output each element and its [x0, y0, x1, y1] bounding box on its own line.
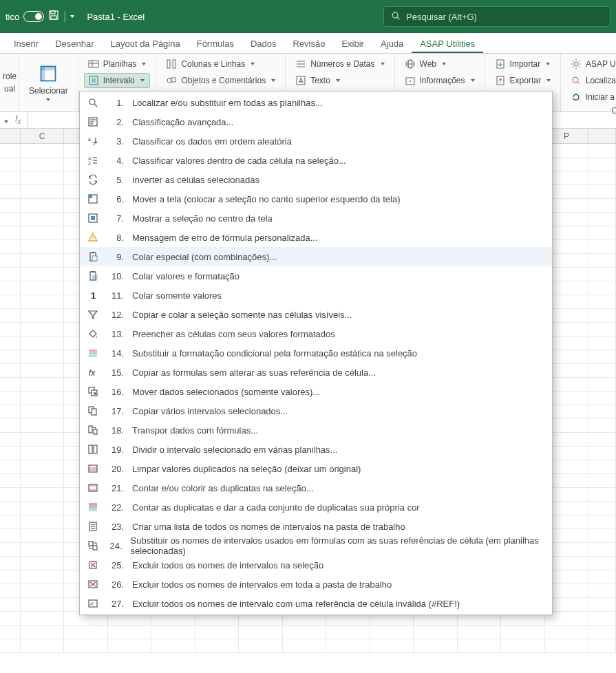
texto-button[interactable]: A Texto — [291, 73, 388, 88]
cell[interactable] — [0, 584, 21, 597]
cell[interactable] — [588, 488, 616, 501]
cell[interactable] — [21, 515, 65, 528]
fx-icon[interactable]: fx — [15, 114, 21, 125]
cell[interactable] — [588, 268, 616, 281]
cell[interactable] — [21, 336, 65, 350]
tab-ajuda[interactable]: Ajuda — [372, 34, 412, 53]
menu-item-17[interactable]: 17.Copiar vários intervalos selecionados… — [80, 401, 552, 420]
cell[interactable] — [588, 447, 616, 460]
cell[interactable] — [21, 557, 65, 570]
save-icon[interactable] — [48, 10, 59, 23]
cell[interactable] — [414, 639, 458, 652]
cell[interactable] — [21, 570, 65, 584]
cell[interactable] — [195, 639, 240, 652]
cell[interactable] — [0, 364, 21, 377]
cell[interactable] — [21, 392, 65, 405]
cell[interactable] — [283, 639, 327, 652]
cell[interactable] — [21, 199, 65, 212]
cell[interactable] — [283, 626, 327, 639]
cell[interactable] — [0, 612, 21, 625]
menu-item-5[interactable]: 5.Inverter as células selecionadas — [80, 170, 552, 189]
cell[interactable] — [588, 529, 616, 542]
cell[interactable] — [588, 350, 616, 363]
menu-item-24[interactable]: 24.Substituir os nomes de intervalos usa… — [80, 536, 552, 555]
cell[interactable] — [0, 213, 21, 226]
cell[interactable] — [0, 419, 21, 432]
cell[interactable] — [545, 626, 589, 639]
cell[interactable] — [0, 199, 21, 212]
cell[interactable] — [21, 474, 65, 487]
cell[interactable] — [545, 639, 589, 652]
cell[interactable] — [0, 515, 21, 528]
cell[interactable] — [326, 626, 370, 639]
cell[interactable] — [588, 474, 616, 487]
cell[interactable] — [588, 295, 616, 308]
menu-item-10[interactable]: 10.Colar valores e formatação — [80, 266, 552, 286]
cell[interactable] — [0, 405, 21, 418]
cell[interactable] — [21, 213, 65, 226]
cell[interactable] — [588, 392, 616, 405]
cell[interactable] — [588, 543, 616, 556]
menu-item-11[interactable]: 111.Colar somente valores — [80, 286, 552, 305]
cell[interactable] — [21, 612, 65, 625]
cell[interactable] — [151, 639, 195, 652]
cell[interactable] — [0, 639, 21, 652]
menu-item-26[interactable]: 26.Excluir todos os nomes de intervalos … — [80, 575, 552, 594]
cell[interactable] — [0, 158, 21, 171]
cell[interactable] — [0, 268, 21, 281]
cell[interactable] — [21, 626, 65, 639]
cell[interactable] — [588, 515, 616, 528]
col-header-blank[interactable] — [0, 129, 21, 143]
cell[interactable] — [21, 309, 65, 322]
cell[interactable] — [588, 502, 616, 515]
cell[interactable] — [588, 309, 616, 322]
cell[interactable] — [0, 295, 21, 308]
menu-item-6[interactable]: 6.Mover a tela (colocar a seleção no can… — [80, 189, 552, 209]
cell[interactable] — [588, 584, 616, 597]
cell[interactable] — [21, 419, 65, 432]
cell[interactable] — [501, 639, 545, 652]
cell[interactable] — [0, 185, 21, 198]
cell[interactable] — [0, 474, 21, 487]
cell[interactable] — [588, 598, 616, 611]
cell[interactable] — [64, 639, 108, 652]
cell[interactable] — [588, 419, 616, 432]
planilhas-button[interactable]: Planilhas — [84, 56, 151, 72]
cell[interactable] — [0, 460, 21, 473]
menu-item-4[interactable]: AZ4.Classificar valores dentro de cada c… — [80, 151, 552, 170]
cell[interactable] — [0, 626, 21, 639]
tab-formulas[interactable]: Fórmulas — [189, 34, 242, 53]
localizar-button[interactable]: Localizar e s — [566, 73, 616, 88]
menu-item-20[interactable]: 20.Limpar valores duplicados na seleção … — [80, 459, 552, 478]
menu-item-15[interactable]: fx15.Copiar as fórmulas sem alterar as s… — [80, 363, 552, 382]
tab-revisao[interactable]: Revisão — [284, 34, 333, 53]
autosave-toggle[interactable] — [23, 11, 44, 22]
tab-asap-utilities[interactable]: ASAP Utilities — [412, 34, 483, 53]
cell[interactable] — [588, 378, 616, 391]
cell[interactable] — [588, 226, 616, 239]
cell[interactable] — [588, 639, 616, 652]
cell[interactable] — [588, 254, 616, 267]
info-button[interactable]: Informações — [401, 73, 479, 88]
cell[interactable] — [0, 336, 21, 350]
menu-item-3[interactable]: az3.Classificar os dados em ordem aleató… — [80, 131, 552, 151]
cell[interactable] — [588, 460, 616, 473]
cell[interactable] — [0, 557, 21, 570]
search-box[interactable]: Pesquisar (Alt+G) — [383, 6, 610, 27]
menu-item-7[interactable]: 7.Mostrar a seleção no centro da tela — [80, 209, 552, 228]
tab-dados[interactable]: Dados — [242, 34, 285, 53]
cell[interactable] — [21, 171, 65, 184]
cell[interactable] — [21, 281, 65, 295]
cell[interactable] — [21, 144, 65, 157]
cell[interactable] — [21, 639, 65, 652]
cell[interactable] — [458, 626, 502, 639]
cell[interactable] — [108, 626, 152, 639]
cell[interactable] — [588, 323, 616, 336]
cell[interactable] — [21, 240, 65, 253]
cell[interactable] — [21, 226, 65, 239]
cell[interactable] — [588, 570, 616, 584]
cell[interactable] — [588, 185, 616, 198]
menu-item-25[interactable]: 25.Excluir todos os nomes de intervalos … — [80, 555, 552, 575]
cell[interactable] — [588, 626, 616, 639]
cell[interactable] — [21, 529, 65, 542]
